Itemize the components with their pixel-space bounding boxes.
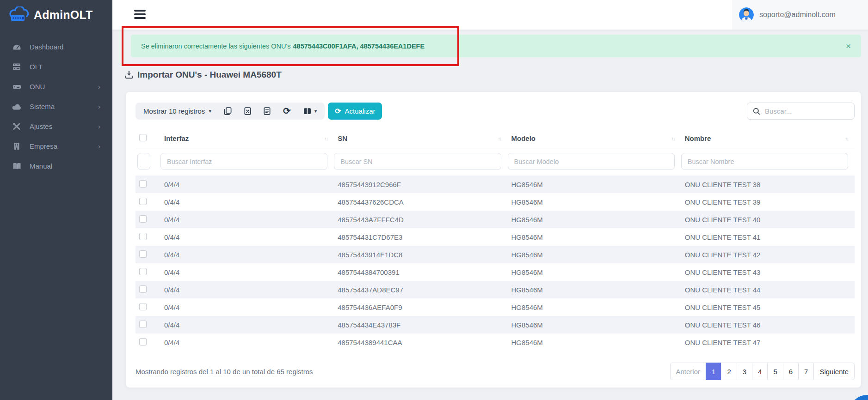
cell-modelo: HG8546M xyxy=(508,181,681,188)
column-filter-input[interactable] xyxy=(334,153,501,170)
cell-modelo: HG8546M xyxy=(508,339,681,346)
pagination-page-button[interactable]: 3 xyxy=(737,363,752,380)
caret-down-icon: ▾ xyxy=(209,108,211,114)
user-menu[interactable]: soporte@adminolt.com xyxy=(732,0,868,30)
column-header[interactable]: Nombre ↑↓ xyxy=(681,134,855,142)
table-row[interactable]: 0/4/4 485754431C7D67E3 HG8546M ONU CLIEN… xyxy=(135,228,855,246)
cell-modelo: HG8546M xyxy=(508,251,681,259)
cell-modelo: HG8546M xyxy=(508,198,681,206)
select-all-checkbox[interactable] xyxy=(139,134,147,141)
pagination-page-button[interactable]: 4 xyxy=(752,363,768,380)
file-text-icon xyxy=(264,107,271,115)
chevron-right-icon: › xyxy=(98,83,100,90)
download-icon xyxy=(125,71,133,79)
row-checkbox[interactable] xyxy=(139,215,147,223)
row-checkbox[interactable] xyxy=(139,303,147,310)
cell-modelo: HG8546M xyxy=(508,286,681,294)
brand-name: AdminOLT xyxy=(34,8,93,22)
row-checkbox[interactable] xyxy=(139,285,147,293)
brand-logo[interactable]: AdminOLT xyxy=(0,0,112,30)
table-toolbar: Mostrar 10 registros ▾ xyxy=(135,103,855,120)
column-filter-input[interactable] xyxy=(160,153,327,170)
pagination-page-button[interactable]: 5 xyxy=(767,363,783,380)
sidebar-item-onu[interactable]: ONU › xyxy=(0,77,112,97)
topbar: soporte@adminolt.com xyxy=(112,0,868,30)
sidebar-item-olt[interactable]: OLT xyxy=(0,57,112,77)
sidebar-item-sistema[interactable]: Sistema › xyxy=(0,97,112,116)
row-checkbox[interactable] xyxy=(139,180,147,188)
actualizar-button[interactable]: ⟳ Actualizar xyxy=(328,103,382,120)
export-excel-button[interactable] xyxy=(244,107,251,115)
sidebar-item-label: Sistema xyxy=(30,103,55,110)
sidebar-item-label: Dashboard xyxy=(30,43,63,51)
cell-interfaz: 0/4/4 xyxy=(160,286,334,294)
column-header[interactable]: Modelo ↑↓ xyxy=(508,134,681,142)
cell-nombre: ONU CLIENTE TEST 40 xyxy=(681,216,855,224)
pagination-page-button[interactable]: 2 xyxy=(721,363,737,380)
pagination-page-button[interactable]: 7 xyxy=(798,363,814,380)
row-checkbox[interactable] xyxy=(139,233,147,240)
cell-sn: 48575443A7FFFC4D xyxy=(334,216,507,224)
sidebar-item-dashboard[interactable]: Dashboard xyxy=(0,37,112,57)
table-filter-row xyxy=(135,148,855,176)
cell-sn: 485754437AD8EC97 xyxy=(334,286,507,294)
cell-interfaz: 0/4/4 xyxy=(160,198,334,206)
sidebar-item-manual[interactable]: Manual xyxy=(0,156,112,176)
brand-cloud-router-icon xyxy=(9,6,30,23)
table-row[interactable]: 0/4/4 485754434E43783F HG8546M ONU CLIEN… xyxy=(135,316,855,333)
cell-interfaz: 0/4/4 xyxy=(160,251,334,259)
cell-interfaz: 0/4/4 xyxy=(160,268,334,276)
sort-icon: ↑↓ xyxy=(845,136,848,141)
pagination-page-button[interactable]: 1 xyxy=(706,363,721,380)
table-row[interactable]: 0/4/4 48575443914E1DC8 HG8546M ONU CLIEN… xyxy=(135,246,855,263)
table-row[interactable]: 0/4/4 4857544384700391 HG8546M ONU CLIEN… xyxy=(135,263,855,281)
cell-sn: 485754434E43783F xyxy=(334,321,507,329)
reload-table-button[interactable]: ⟳ xyxy=(283,106,291,115)
cell-sn: 48575443912C966F xyxy=(334,181,507,188)
menu-toggle-button[interactable] xyxy=(134,10,146,19)
tools-icon xyxy=(12,122,22,130)
table-row[interactable]: 0/4/4 485754437626CDCA HG8546M ONU CLIEN… xyxy=(135,193,855,211)
row-checkbox[interactable] xyxy=(139,198,147,205)
copy-icon xyxy=(224,107,232,115)
search-input[interactable] xyxy=(765,107,857,115)
table-row[interactable]: 0/4/4 48575443912C966F HG8546M ONU CLIEN… xyxy=(135,176,855,193)
table-row[interactable]: 0/4/4 485754437AD8EC97 HG8546M ONU CLIEN… xyxy=(135,281,855,298)
copy-button[interactable] xyxy=(224,107,232,115)
row-checkbox[interactable] xyxy=(139,338,147,345)
table-row[interactable]: 0/4/4 485754436AEFA0F9 HG8546M ONU CLIEN… xyxy=(135,298,855,316)
sidebar-item-empresa[interactable]: Empresa › xyxy=(0,136,112,156)
cell-nombre: ONU CLIENTE TEST 39 xyxy=(681,198,855,206)
alert-message: Se eliminaron correctamente las siguient… xyxy=(141,42,425,50)
column-visibility-button[interactable]: ▾ xyxy=(303,108,317,115)
checkbox-column-filter[interactable] xyxy=(137,153,150,170)
pagination-prev-button[interactable]: Anterior xyxy=(670,363,707,380)
alert-highlight-sns: 48575443C00F1AFA, 485754436EA1DEFE xyxy=(293,42,425,50)
cell-nombre: ONU CLIENTE TEST 42 xyxy=(681,251,855,259)
cell-nombre: ONU CLIENTE TEST 44 xyxy=(681,286,855,294)
column-label: SN xyxy=(338,134,347,142)
page-length-select[interactable]: Mostrar 10 registros ▾ xyxy=(143,107,211,115)
pagination-pages: 1 2 3 4 5 6 7 xyxy=(706,363,814,380)
cell-nombre: ONU CLIENTE TEST 43 xyxy=(681,268,855,276)
cell-interfaz: 0/4/4 xyxy=(160,321,334,329)
column-filter-input[interactable] xyxy=(508,153,675,170)
cloud-icon xyxy=(12,103,22,110)
row-checkbox[interactable] xyxy=(139,321,147,328)
pagination-page-button[interactable]: 6 xyxy=(783,363,799,380)
column-header[interactable]: Interfaz ↑↓ xyxy=(160,134,334,142)
sidebar-item-label: Manual xyxy=(30,162,52,170)
pagination-next-button[interactable]: Siguiente xyxy=(813,363,855,380)
alert-close-icon[interactable]: × xyxy=(846,42,851,50)
column-label: Nombre xyxy=(685,134,711,142)
row-checkbox[interactable] xyxy=(139,250,147,258)
table-row[interactable]: 0/4/4 48575443A7FFFC4D HG8546M ONU CLIEN… xyxy=(135,211,855,228)
table-row[interactable]: 0/4/4 4857544389441CAA HG8546M ONU CLIEN… xyxy=(135,333,855,351)
column-header[interactable]: SN ↑↓ xyxy=(334,134,507,142)
sidebar-item-ajustes[interactable]: Ajustes › xyxy=(0,116,112,136)
column-filter-input[interactable] xyxy=(681,153,848,170)
row-checkbox[interactable] xyxy=(139,268,147,275)
sidebar-item-label: OLT xyxy=(30,63,43,71)
export-file-button[interactable] xyxy=(264,107,271,115)
sidebar: AdminOLT Dashboard OLT ONU › Sistema xyxy=(0,0,112,400)
